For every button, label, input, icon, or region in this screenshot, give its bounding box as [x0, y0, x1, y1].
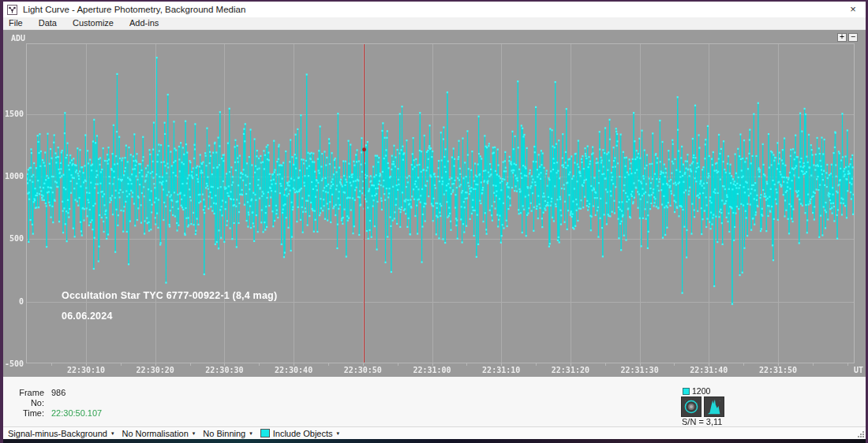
y-tick-label: 500 [3, 234, 24, 243]
menu-add-ins[interactable]: Add-ins [122, 17, 166, 29]
y-tick-label: 1500 [3, 110, 24, 118]
x-tick-label: 22:30:10 [62, 366, 110, 374]
window-title: Light Curve - Aperture Photometry, Backg… [23, 5, 245, 14]
light-curve-window: Light Curve - Aperture Photometry, Backg… [0, 0, 868, 443]
chart-title-annotation: Occultation Star TYC 6777-00922-1 (8,4 m… [62, 290, 277, 301]
dropdown-label: No Binning [203, 429, 245, 438]
y-tick-label: -500 [3, 359, 24, 368]
dropdown-no-normalisation[interactable]: No Normalisation▾ [119, 429, 200, 438]
dropdown-signal-minus-background[interactable]: Signal-minus-Background▾ [6, 429, 119, 438]
x-tick-label: 22:30:50 [339, 366, 387, 374]
status-region: Frame No: 986 Time: 22:30:50.107 1200 [3, 377, 866, 426]
x-tick-label: 22:31:20 [547, 366, 594, 374]
frame-info: Frame No: 986 Time: 22:30:50.107 [8, 388, 102, 419]
resize-grip-icon[interactable] [858, 431, 864, 437]
chevron-down-icon: ▾ [337, 430, 340, 437]
dropdown-label: Include Objects [273, 429, 333, 438]
series-color-swatch [683, 388, 690, 395]
series-legend: 1200 [683, 386, 710, 396]
chevron-down-icon: ▾ [193, 430, 196, 437]
close-icon[interactable]: × [847, 3, 859, 16]
chart-date-annotation: 06.06.2024 [62, 311, 113, 322]
series-legend-label: 1200 [692, 386, 710, 396]
y-tick-label: 0 [3, 297, 24, 306]
x-tick-label: 22:30:20 [132, 366, 179, 374]
x-tick-label: 22:31:40 [685, 366, 732, 374]
menubar: FileDataCustomizeAdd-ins [3, 17, 866, 30]
x-tick-label: 22:30:40 [270, 366, 317, 374]
app-icon [7, 5, 17, 15]
x-tick-label: 22:31:50 [754, 366, 802, 374]
psf-profile-thumbnail-icon [704, 396, 724, 417]
light-curve-plot[interactable] [3, 30, 866, 377]
menu-file[interactable]: File [3, 17, 31, 29]
dropdown-no-binning[interactable]: No Binning▾ [200, 429, 257, 438]
x-tick-label: 22:31:30 [616, 366, 664, 374]
zoom-buttons: + − [837, 33, 858, 42]
frame-no-label: Frame No: [8, 388, 51, 408]
menu-data[interactable]: Data [31, 17, 65, 29]
dropdown-include-objects[interactable]: Include Objects▾ [258, 429, 345, 438]
dropdown-label: No Normalisation [122, 429, 188, 438]
x-axis-unit-label: UT [854, 366, 863, 374]
y-tick-label: 1000 [3, 172, 24, 181]
object-thumbnails [681, 396, 724, 417]
bottom-toolbar: Signal-minus-Background▾No Normalisation… [3, 426, 866, 439]
titlebar: Light Curve - Aperture Photometry, Backg… [3, 2, 866, 17]
time-label: Time: [8, 408, 51, 419]
zoom-in-button[interactable]: + [837, 33, 847, 42]
x-tick-label: 22:31:10 [477, 366, 525, 374]
y-axis-unit-label: ADU [11, 34, 25, 43]
zoom-out-button[interactable]: − [848, 33, 858, 42]
time-value: 22:30:50.107 [51, 408, 102, 419]
menu-customize[interactable]: Customize [65, 17, 122, 29]
x-tick-label: 22:31:00 [409, 366, 456, 374]
chevron-down-icon: ▾ [249, 430, 253, 437]
aperture-thumbnail-icon [681, 396, 702, 417]
include-objects-swatch [260, 429, 270, 437]
chart-region: ADU UT -500050010001500 22:30:1022:30:20… [3, 30, 866, 377]
dropdown-label: Signal-minus-Background [8, 429, 107, 438]
frame-no-value: 986 [51, 388, 65, 408]
chevron-down-icon: ▾ [111, 430, 114, 437]
x-tick-label: 22:30:30 [200, 366, 248, 374]
window-bottom-border [3, 439, 866, 443]
snr-value: S/N = 3,11 [682, 417, 722, 426]
